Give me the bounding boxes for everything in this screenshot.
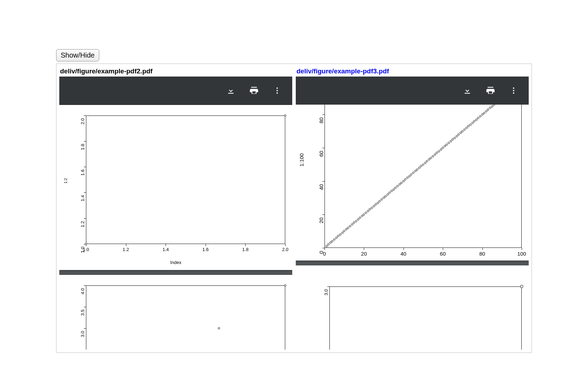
data-point — [335, 237, 338, 239]
data-point — [399, 183, 401, 185]
right-file-title-link[interactable]: deliv/figure/example-pdf3.pdf — [296, 67, 529, 75]
svg-point-4 — [513, 90, 514, 91]
data-point — [345, 228, 347, 230]
data-point — [475, 119, 477, 121]
data-point — [420, 165, 422, 167]
data-point — [456, 135, 458, 137]
download-icon[interactable] — [462, 85, 473, 96]
data-point — [436, 152, 438, 154]
data-point — [489, 107, 491, 109]
data-point — [369, 208, 371, 210]
data-point — [467, 125, 469, 127]
data-point — [355, 220, 357, 222]
pdf-toolbar — [59, 77, 292, 105]
data-point — [461, 130, 463, 132]
data-point — [469, 124, 472, 126]
pdf-page: 3.0 — [296, 265, 529, 350]
chart-right-top: 1:100 Index 020406080020406080100 — [296, 105, 529, 261]
data-point — [400, 182, 402, 184]
data-point — [460, 132, 462, 134]
data-point — [452, 138, 454, 140]
data-point — [426, 160, 428, 162]
pdf-page: 1:100 Index 020406080020406080100 — [296, 105, 529, 261]
right-pdf-viewer: 1:100 Index 020406080020406080100 3.0 — [296, 77, 529, 350]
comparison-panel: deliv/figure/example-pdf2.pdf — [56, 64, 532, 353]
data-point — [390, 190, 393, 192]
svg-point-0 — [276, 87, 278, 89]
data-point — [387, 193, 389, 196]
data-point — [406, 177, 408, 179]
data-point — [381, 198, 383, 200]
data-point — [343, 230, 345, 232]
data-point — [326, 245, 328, 247]
data-point — [393, 189, 395, 191]
x-axis-label: Index — [170, 260, 181, 265]
data-point — [430, 157, 432, 159]
data-point — [434, 153, 436, 156]
pdf-toolbar — [296, 77, 529, 105]
chart-left-top: 1:2 Index 1.01.21.41.61.82.01.01.21.41.6… — [59, 105, 292, 270]
data-point — [466, 127, 468, 129]
data-point — [424, 162, 426, 164]
data-point — [377, 202, 379, 204]
show-hide-button[interactable]: Show/Hide — [56, 49, 99, 61]
data-point — [357, 218, 359, 220]
data-point — [520, 285, 523, 288]
data-point — [379, 200, 381, 202]
data-point — [373, 205, 375, 207]
data-point — [337, 235, 339, 237]
svg-point-5 — [513, 92, 514, 94]
svg-point-3 — [513, 87, 514, 89]
data-point — [402, 180, 405, 182]
data-point — [416, 169, 418, 171]
data-point — [339, 233, 341, 236]
data-point — [349, 225, 351, 227]
data-point — [331, 240, 333, 242]
left-column: deliv/figure/example-pdf2.pdf — [59, 67, 292, 350]
print-icon[interactable] — [249, 85, 259, 96]
more-menu-icon[interactable] — [272, 85, 282, 96]
left-pdf-viewer: 1:2 Index 1.01.21.41.61.82.01.01.21.41.6… — [59, 77, 292, 350]
more-menu-icon[interactable] — [508, 85, 519, 96]
data-point — [383, 197, 385, 199]
data-point — [284, 284, 286, 286]
data-point — [481, 113, 483, 116]
data-point — [428, 158, 430, 160]
data-point — [359, 217, 361, 219]
left-pdf-pages[interactable]: 1:2 Index 1.01.21.41.61.82.01.01.21.41.6… — [59, 105, 292, 350]
pdf-page: 3.03.54.0 — [59, 275, 292, 350]
data-point — [479, 115, 481, 117]
data-point — [388, 192, 390, 194]
data-point — [463, 128, 466, 131]
data-point — [385, 195, 387, 197]
data-point — [432, 155, 434, 157]
data-point — [418, 167, 420, 169]
data-point — [365, 212, 367, 214]
data-point — [404, 178, 406, 180]
data-point — [371, 207, 373, 209]
data-point — [363, 213, 365, 216]
right-pdf-pages[interactable]: 1:100 Index 020406080020406080100 3.0 — [296, 105, 529, 350]
data-point — [440, 149, 442, 151]
data-point — [284, 114, 286, 117]
data-point — [218, 327, 220, 329]
data-point — [341, 232, 343, 234]
left-file-title: deliv/figure/example-pdf2.pdf — [60, 67, 292, 75]
data-point — [472, 122, 474, 124]
svg-point-1 — [276, 90, 278, 91]
data-point — [450, 140, 452, 142]
download-icon[interactable] — [226, 85, 236, 96]
data-point — [473, 120, 475, 122]
pdf-page: 1:2 Index 1.01.21.41.61.82.01.01.21.41.6… — [59, 105, 292, 270]
data-point — [412, 172, 414, 174]
data-point — [454, 137, 456, 139]
print-icon[interactable] — [485, 85, 496, 96]
data-point — [448, 142, 450, 144]
y-axis-label: 1:100 — [299, 153, 305, 166]
data-point — [414, 170, 416, 172]
right-column: deliv/figure/example-pdf3.pdf — [296, 67, 529, 350]
data-point — [438, 150, 440, 152]
data-point — [375, 203, 377, 205]
data-point — [351, 223, 353, 225]
data-point — [422, 164, 424, 166]
